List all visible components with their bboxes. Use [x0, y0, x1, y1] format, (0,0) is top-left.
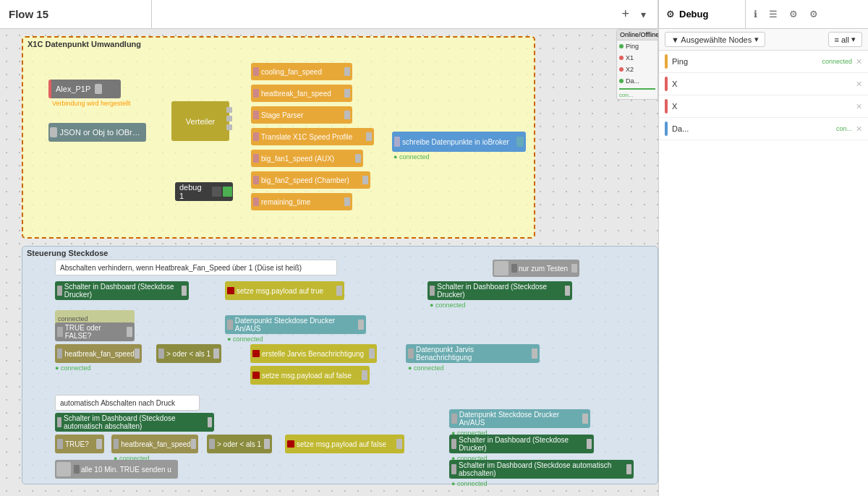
- node-datenpunkt-steckdose2[interactable]: Datenpunkt Steckdose Drucker An/AUS: [449, 409, 590, 428]
- group-steuerung: Steuerung Steckdose Abschalten verhinder…: [22, 246, 658, 484]
- node-true-false[interactable]: TRUE oder FALSE?: [55, 322, 135, 341]
- node-heatbreak[interactable]: heatbreak_fan_speed: [251, 85, 352, 102]
- node-oder-als1[interactable]: > oder < als 1: [156, 344, 221, 363]
- group-x1c: X1C Datenpunkt Umwandlung Alex_P1P Verbi…: [22, 36, 535, 239]
- node-schalter-dash1[interactable]: Schalter in Dashboard (Steckdose Drucker…: [55, 281, 189, 300]
- node-heatbreak2[interactable]: heatbreak_fan_speed: [111, 435, 198, 453]
- group-x1c-label: X1C Datenpunkt Umwandlung: [23, 38, 534, 51]
- status-schreibe: ● connected: [393, 153, 429, 161]
- node-alex[interactable]: Alex_P1P: [48, 80, 121, 98]
- status-auto2: ● connected: [451, 480, 487, 487]
- debug-info-button[interactable]: ℹ: [749, 7, 762, 22]
- group-steuerung-label: Steuerung Steckdose: [22, 247, 658, 260]
- flow-dropdown-button[interactable]: ▾: [637, 7, 650, 22]
- node-stage[interactable]: Stage Parser: [251, 106, 352, 124]
- online-offline-panel: Online/Offline Ping X1 X2 Da...: [616, 29, 658, 100]
- node-nur-testen[interactable]: nur zum Testen: [493, 260, 579, 277]
- node-schalter-dash2[interactable]: Schalter in Dashboard (Steckdose Drucker…: [427, 281, 572, 300]
- debug-panel-title: Debug: [679, 9, 708, 20]
- node-heatbreak-main[interactable]: heatbreak_fan_speed: [55, 344, 142, 363]
- status-heatbreak: ● connected: [55, 364, 90, 372]
- debug-panel-header: ⚙ Debug ℹ ☰ ⚙ ⚙: [658, 0, 868, 28]
- add-flow-button[interactable]: +: [617, 5, 634, 23]
- status-jarvis: ● connected: [408, 364, 443, 372]
- node-json[interactable]: JSON or Obj to IOBroker: [48, 123, 146, 142]
- debug-side-panel: ▼ Ausgewählte Nodes ▾ ≡ all ▾ Ping conne…: [658, 29, 868, 496]
- node-setze-false[interactable]: setze msg.payload auf false: [250, 366, 370, 385]
- flow-tab[interactable]: Flow 15: [0, 0, 152, 28]
- flow-canvas[interactable]: X1C Datenpunkt Umwandlung Alex_P1P Verbi…: [0, 29, 658, 496]
- online-offline-title: Online/Offline: [617, 30, 658, 40]
- node-datenpunkt-jarvis[interactable]: Datenpunkt Jarvis Benachrichtigung: [406, 344, 540, 363]
- debug-panel-icon: ⚙: [666, 9, 675, 20]
- node-big-fan1[interactable]: big_fan1_speed (AUX): [251, 150, 363, 167]
- debug-list-item: X ✕: [659, 73, 868, 95]
- node-schalter-auto2[interactable]: Schalter im Dashboard (Steckdose automat…: [449, 460, 634, 479]
- node-schreibe[interactable]: schreibe Datenpunkte in ioBroker: [392, 132, 526, 152]
- debug-config-button[interactable]: ⚙: [784, 7, 803, 22]
- debug-list-item: Ping connected ✕: [659, 51, 868, 73]
- node-setze-false2[interactable]: setze msg.payload auf false: [285, 435, 404, 453]
- status-steckdose: ● connected: [227, 335, 263, 343]
- node-remaining[interactable]: remaining_time: [251, 193, 352, 210]
- filter-nodes-button[interactable]: ▼ Ausgewählte Nodes ▾: [665, 32, 765, 47]
- debug-node-list: Ping connected ✕ X ✕ X ✕: [659, 51, 868, 496]
- node-erstelle-jarvis[interactable]: erstelle Jarvis Benachrichtigung: [250, 344, 377, 363]
- status-row1: ● connected: [430, 302, 465, 309]
- debug-list-item: X ✕: [659, 95, 868, 118]
- debug-settings-button[interactable]: ⚙: [804, 7, 823, 22]
- node-debug1[interactable]: debug 1: [175, 182, 233, 201]
- node-oder-als2[interactable]: > oder < als 1: [207, 435, 272, 453]
- node-schalter-auto[interactable]: Schalter im Dashboard (Steckdose automat…: [55, 413, 214, 432]
- node-setze-true[interactable]: setze msg.payload auf true: [225, 281, 344, 300]
- node-alle10min[interactable]: alle 10 Min. TRUE senden u: [55, 460, 178, 479]
- node-big-fan2[interactable]: big_fan2_speed (Chamber): [251, 171, 370, 189]
- debug-list-item: Da... con... ✕: [659, 118, 868, 140]
- filter-all-button[interactable]: ≡ all ▾: [828, 32, 862, 47]
- node-datenpunkt-steckdose[interactable]: Datenpunkt Steckdose Drucker An/AUS: [225, 315, 366, 334]
- node-verteiler[interactable]: Verteiler: [171, 101, 229, 141]
- node-true[interactable]: TRUE?: [55, 435, 104, 453]
- node-cooling[interactable]: cooling_fan_speed: [251, 63, 352, 80]
- node-comment1[interactable]: Abschalten verhindern, wenn Heatbreak_Fa…: [55, 260, 337, 275]
- node-schalter-dash3[interactable]: Schalter in Dashboard (Steckdose Drucker…: [449, 435, 594, 453]
- node-translate[interactable]: Translate X1C Speed Profile: [251, 128, 374, 145]
- status-verbindung: Verbindung wird hergestellt: [52, 100, 131, 107]
- node-comment2[interactable]: automatisch Abschalten nach Druck: [55, 395, 200, 411]
- debug-list-button[interactable]: ☰: [764, 7, 783, 22]
- flow-title: Flow 15: [9, 8, 48, 20]
